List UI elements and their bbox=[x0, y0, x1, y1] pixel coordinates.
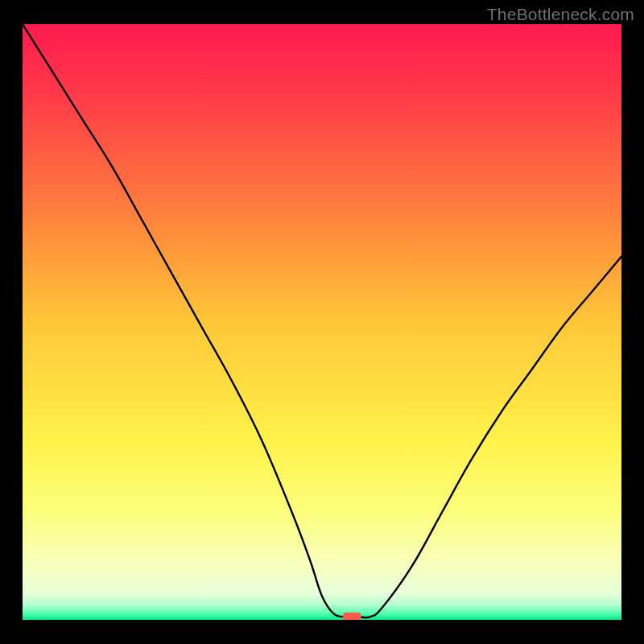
watermark-text: TheBottleneck.com bbox=[487, 5, 634, 24]
chart-frame: TheBottleneck.com bbox=[0, 0, 644, 644]
gradient-background bbox=[23, 24, 621, 620]
bottleneck-chart bbox=[23, 24, 621, 620]
plot-area bbox=[23, 24, 621, 620]
minimum-marker bbox=[343, 613, 361, 620]
